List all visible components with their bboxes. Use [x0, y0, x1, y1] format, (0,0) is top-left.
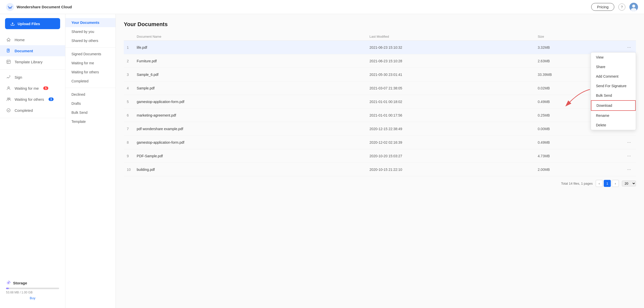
- more-options-button[interactable]: ···: [625, 44, 633, 50]
- context-menu-item-share[interactable]: Share: [591, 62, 636, 72]
- sidebar: Upload Files Home Document: [0, 14, 65, 308]
- table-row: 1 life.pdf 2021-06-23 15:10:32 3.32MB ··…: [124, 41, 636, 54]
- sidebar-item-completed[interactable]: Completed: [0, 105, 65, 116]
- storage-section: Storage 53.68 MB / 1.00 GB Buy: [0, 277, 65, 304]
- template-icon: [6, 59, 11, 64]
- svg-point-7: [7, 98, 9, 99]
- documents-table: Document Name Last Modified Size 1 life.…: [124, 33, 636, 176]
- row-modified: 2020-10-20 15:03:27: [367, 149, 535, 163]
- main-layout: Upload Files Home Document: [0, 14, 644, 308]
- row-filename: building.pdf: [134, 163, 367, 176]
- row-filename: pdf wondershare example.pdf: [134, 122, 367, 136]
- row-filename: Furniture.pdf: [134, 54, 367, 68]
- context-menu-item-send-for-signature[interactable]: Send For Signature: [591, 81, 636, 91]
- table-row: 9 PDF-Sample.pdf 2020-10-20 15:03:27 4.7…: [124, 149, 636, 163]
- row-num: 1: [124, 41, 134, 54]
- row-filename: marketing-agreement.pdf: [134, 109, 367, 122]
- next-page-button[interactable]: ›: [612, 180, 619, 187]
- sign-icon: [6, 75, 11, 80]
- content-area: Your Documents Shared by you Shared by o…: [65, 14, 644, 308]
- col-num: [124, 33, 134, 41]
- avatar-image: [629, 3, 638, 11]
- row-actions: ···: [622, 149, 636, 163]
- sidebar-item-waiting-for-me[interactable]: Waiting for me 5: [0, 83, 65, 94]
- avatar[interactable]: [629, 3, 638, 11]
- waiting-others-icon: [6, 97, 11, 102]
- row-num: 5: [124, 95, 134, 109]
- sub-nav-template[interactable]: Template: [65, 117, 115, 126]
- help-icon[interactable]: ?: [618, 4, 625, 11]
- sidebar-item-waiting-for-others[interactable]: Waiting for others 3: [0, 94, 65, 105]
- storage-bar-background: [6, 288, 59, 289]
- context-menu-item-view[interactable]: View: [591, 53, 636, 62]
- row-actions: ···: [622, 136, 636, 149]
- sidebar-item-home[interactable]: Home: [0, 34, 65, 45]
- more-options-button[interactable]: ···: [625, 139, 633, 145]
- pagination: ‹ 1 ›: [596, 180, 619, 187]
- context-menu-item-delete[interactable]: Delete: [591, 120, 636, 130]
- table-body: 1 life.pdf 2021-06-23 15:10:32 3.32MB ··…: [124, 41, 636, 176]
- sidebar-item-template-library[interactable]: Template Library: [0, 56, 65, 67]
- sub-nav-completed[interactable]: Completed: [65, 77, 115, 86]
- table-row: 10 building.pdf 2020-10-15 21:22:10 2.00…: [124, 163, 636, 176]
- sub-nav-waiting-for-others[interactable]: Waiting for others: [65, 68, 115, 77]
- row-modified: 2021-06-23 15:10:28: [367, 54, 535, 68]
- row-modified: 2020-10-15 21:22:10: [367, 163, 535, 176]
- prev-page-button[interactable]: ‹: [596, 180, 603, 187]
- upload-files-button[interactable]: Upload Files: [5, 18, 60, 29]
- per-page-select[interactable]: 20 50 100: [622, 181, 636, 186]
- sub-nav-declined[interactable]: Declined: [65, 90, 115, 99]
- row-modified: 2020-12-02 02:16:39: [367, 136, 535, 149]
- row-num: 6: [124, 109, 134, 122]
- context-menu-item-add-comment[interactable]: Add Comment: [591, 72, 636, 81]
- context-menu-item-bulk-send[interactable]: Bulk Send: [591, 91, 636, 100]
- row-size: 2.00MB: [535, 163, 622, 176]
- context-menu-item-download[interactable]: Download: [591, 100, 636, 111]
- page-1-button[interactable]: 1: [604, 180, 611, 187]
- sub-nav-bulk-send[interactable]: Bulk Send: [65, 108, 115, 117]
- context-menu: ViewShareAdd CommentSend For SignatureBu…: [591, 52, 636, 130]
- document-icon: [6, 48, 11, 53]
- sub-nav-shared-by-you[interactable]: Shared by you: [65, 27, 115, 36]
- more-options-button[interactable]: ···: [625, 166, 633, 173]
- sub-nav-shared-by-others[interactable]: Shared by others: [65, 36, 115, 45]
- app-title: Wondershare Document Cloud: [17, 5, 72, 9]
- row-num: 4: [124, 81, 134, 95]
- row-modified: 2021-06-23 15:10:32: [367, 41, 535, 54]
- sub-nav-signed-documents[interactable]: Signed Documents: [65, 49, 115, 59]
- sidebar-item-document[interactable]: Document: [0, 45, 65, 56]
- context-menu-item-rename[interactable]: Rename: [591, 111, 636, 120]
- row-num: 2: [124, 54, 134, 68]
- waiting-me-icon: [6, 86, 11, 91]
- row-num: 3: [124, 68, 134, 81]
- storage-info: 53.68 MB / 1.00 GB: [6, 291, 59, 294]
- sub-nav-your-documents[interactable]: Your Documents: [65, 18, 115, 27]
- waiting-others-badge: 3: [49, 97, 54, 101]
- row-modified: 2021-05-30 23:01:41: [367, 68, 535, 81]
- col-size: Size: [535, 33, 622, 41]
- row-modified: 2021-03-07 21:38:05: [367, 81, 535, 95]
- table-row: 5 gamestop-application-form.pdf 2021-01-…: [124, 95, 636, 109]
- sub-nav-drafts[interactable]: Drafts: [65, 99, 115, 108]
- more-options-button[interactable]: ···: [625, 153, 633, 159]
- waiting-me-badge: 5: [43, 86, 48, 90]
- row-modified: 2020-12-15 22:38:49: [367, 122, 535, 136]
- table-row: 6 marketing-agreement.pdf 2021-01-01 00:…: [124, 109, 636, 122]
- row-num: 9: [124, 149, 134, 163]
- buy-button[interactable]: Buy: [6, 296, 59, 300]
- storage-label: Storage: [6, 281, 59, 285]
- row-size: 4.73MB: [535, 149, 622, 163]
- row-filename: life.pdf: [134, 41, 367, 54]
- svg-point-2: [632, 5, 635, 8]
- pricing-button[interactable]: Pricing: [591, 3, 614, 11]
- storage-icon: [6, 281, 11, 285]
- table-row: 2 Furniture.pdf 2021-06-23 15:10:28 2.63…: [124, 54, 636, 68]
- col-doc-name: Document Name: [134, 33, 367, 41]
- svg-point-11: [8, 282, 9, 284]
- row-filename: gamestop-application-form.pdf: [134, 136, 367, 149]
- sidebar-item-sign[interactable]: Sign: [0, 72, 65, 83]
- row-filename: PDF-Sample.pdf: [134, 149, 367, 163]
- doc-title: Your Documents: [124, 21, 636, 28]
- sub-nav-waiting-for-me[interactable]: Waiting for me: [65, 59, 115, 68]
- svg-point-9: [7, 109, 10, 112]
